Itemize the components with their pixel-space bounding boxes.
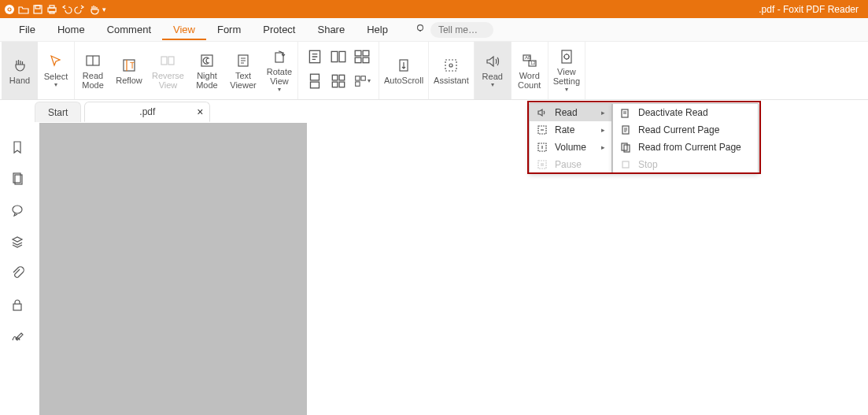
svg-rect-5 <box>50 12 54 13</box>
tab-document[interactable]: .pdf × <box>84 102 210 122</box>
chevron-right-icon: ▸ <box>601 109 605 117</box>
undo-icon[interactable] <box>60 3 72 16</box>
redo-icon[interactable] <box>74 3 87 16</box>
read-button[interactable]: Read ▾ <box>475 42 511 99</box>
svg-text:T: T <box>130 61 135 70</box>
reflow-icon: T <box>120 57 138 74</box>
menu-file[interactable]: File <box>8 19 46 40</box>
night-mode-button[interactable]: Night Mode <box>189 42 225 99</box>
menu-comment[interactable]: Comment <box>96 19 162 40</box>
open-icon[interactable] <box>17 3 30 16</box>
pause-icon <box>536 159 549 170</box>
svg-rect-24 <box>332 75 338 80</box>
menu-help[interactable]: Help <box>356 19 399 40</box>
text-viewer-button[interactable]: Text Viewer <box>225 42 261 99</box>
svg-rect-23 <box>310 82 319 88</box>
reflow-button[interactable]: T Reflow <box>111 42 147 99</box>
read-menu-rate[interactable]: Rate ▸ <box>530 121 611 139</box>
assistant-button[interactable]: Assistant <box>429 42 474 99</box>
comments-icon[interactable] <box>10 203 24 220</box>
svg-text:AB: AB <box>525 55 531 60</box>
save-icon[interactable] <box>31 3 44 16</box>
svg-rect-4 <box>50 6 54 8</box>
svg-point-33 <box>449 64 452 67</box>
attachment-icon[interactable] <box>10 266 24 283</box>
page-display-group: ▾ <box>298 42 379 99</box>
svg-rect-10 <box>161 57 167 65</box>
chevron-right-icon: ▸ <box>601 126 605 134</box>
word-count-button[interactable]: AB12 Word Count <box>512 42 548 99</box>
tab-start[interactable]: Start <box>35 102 81 122</box>
deactivate-icon <box>619 107 632 118</box>
menu-protect[interactable]: Protect <box>252 19 306 40</box>
security-icon[interactable] <box>10 298 24 315</box>
tell-me-input[interactable] <box>430 22 493 38</box>
svg-rect-43 <box>13 304 21 310</box>
read-menu-read[interactable]: Read ▸ <box>530 104 611 121</box>
pages-icon[interactable] <box>10 172 24 189</box>
svg-rect-51 <box>622 161 629 168</box>
svg-rect-38 <box>562 50 571 63</box>
svg-rect-22 <box>310 74 319 80</box>
select-icon <box>47 53 65 70</box>
continuous-facing-icon[interactable] <box>353 48 371 65</box>
single-page-icon[interactable] <box>306 48 323 65</box>
svg-rect-32 <box>445 60 456 71</box>
svg-point-39 <box>564 54 569 59</box>
rate-icon <box>536 124 549 135</box>
thumbnails-icon[interactable] <box>330 72 347 90</box>
autoscroll-button[interactable]: AutoScroll <box>379 42 428 99</box>
svg-rect-19 <box>363 50 369 56</box>
app-logo-icon <box>3 3 16 16</box>
svg-rect-21 <box>363 57 369 63</box>
submenu-deactivate-read[interactable]: Deactivate Read <box>613 104 758 121</box>
bookmark-icon[interactable] <box>10 140 24 157</box>
svg-point-6 <box>417 24 423 30</box>
close-icon[interactable]: × <box>197 106 203 118</box>
hand-button[interactable]: Hand <box>2 42 38 99</box>
menu-form[interactable]: Form <box>206 19 252 40</box>
submenu-read-current-page[interactable]: Read Current Page <box>613 121 758 139</box>
chevron-down-icon: ▾ <box>565 86 568 93</box>
lightbulb-icon <box>415 23 426 37</box>
volume-icon <box>536 142 549 153</box>
menu-home[interactable]: Home <box>46 19 96 40</box>
page-icon <box>619 124 632 135</box>
read-submenu: Deactivate Read Read Current Page Read f… <box>612 103 759 174</box>
layers-icon[interactable] <box>10 235 24 252</box>
ribbon: Hand Select ▾ Read Mode T Reflow Reverse… <box>0 42 868 100</box>
print-icon[interactable] <box>46 3 58 16</box>
autoscroll-icon <box>395 57 412 74</box>
hand-qat-icon[interactable] <box>88 3 101 16</box>
select-button[interactable]: Select ▾ <box>38 42 74 99</box>
chevron-down-icon: ▾ <box>54 81 57 88</box>
chevron-down-icon: ▾ <box>491 81 494 88</box>
signature-icon[interactable] <box>10 329 24 346</box>
page-canvas[interactable] <box>39 123 307 415</box>
svg-rect-3 <box>48 8 56 12</box>
svg-rect-2 <box>35 6 40 9</box>
svg-rect-26 <box>332 82 338 87</box>
qat-dropdown-icon[interactable]: ▾ <box>102 6 106 13</box>
svg-point-42 <box>13 206 22 213</box>
layout-more-icon[interactable]: ▾ <box>353 72 371 90</box>
facing-pages-icon[interactable] <box>330 48 347 65</box>
continuous-icon[interactable] <box>306 72 323 90</box>
read-menu: Read ▸ Rate ▸ Volume ▸ Pause <box>529 103 612 174</box>
submenu-read-from-current[interactable]: Read from Current Page <box>613 139 758 156</box>
menu-view[interactable]: View <box>162 19 206 40</box>
reverse-view-button[interactable]: Reverse View <box>147 42 189 99</box>
svg-rect-25 <box>339 75 345 80</box>
view-setting-button[interactable]: View Setting ▾ <box>549 42 585 99</box>
menubar: File Home Comment View Form Protect Shar… <box>0 18 868 42</box>
read-menu-pause: Pause <box>530 156 611 173</box>
rotate-icon <box>271 48 288 65</box>
svg-rect-30 <box>356 81 360 85</box>
menu-share[interactable]: Share <box>306 19 356 40</box>
rotate-view-button[interactable]: Rotate View ▾ <box>261 42 297 99</box>
titlebar: ▾ .pdf - Foxit PDF Reader <box>0 0 868 18</box>
read-menu-volume[interactable]: Volume ▸ <box>530 139 611 156</box>
read-mode-button[interactable]: Read Mode <box>75 42 111 99</box>
assistant-icon <box>442 57 460 74</box>
reverse-icon <box>159 52 176 69</box>
